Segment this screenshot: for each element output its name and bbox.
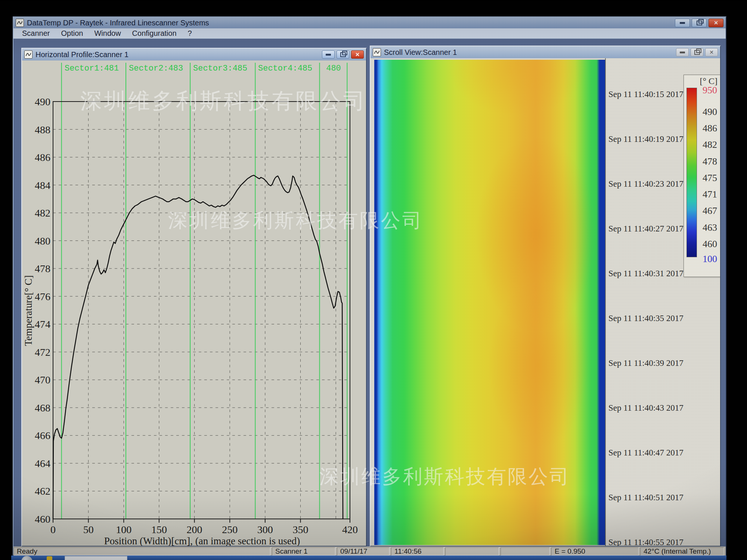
minimize-icon (680, 52, 685, 53)
svg-text:480: 480 (35, 235, 50, 247)
scan-timestamp: Sep 11 11:40:43 2017 (608, 403, 684, 413)
svg-text:472: 472 (35, 346, 50, 358)
status-scanner: Scanner 1 (272, 547, 335, 556)
svg-text:484: 484 (35, 180, 50, 191)
sector-label: Sector1: (62, 64, 104, 73)
scale-label-486: 486 (703, 123, 717, 134)
svg-text:300: 300 (257, 524, 273, 535)
svg-text:482: 482 (35, 207, 50, 219)
scroll-view-window-title: Scroll View:Scanner 1 (384, 48, 457, 57)
svg-text:488: 488 (35, 124, 50, 136)
profile-minimize-button[interactable] (322, 50, 335, 59)
taskbar[interactable] (11, 556, 726, 560)
scale-label-463: 463 (703, 222, 717, 233)
sector-readout-4: Sector4:485 (255, 63, 319, 74)
start-button[interactable] (21, 556, 32, 560)
scroll-view-window: Scroll View:Scanner 1 ✕ Sep 11 11:40:15 … (370, 46, 721, 547)
sector-readout-2: Sector2:483 (126, 63, 190, 74)
taskbar-app-icon[interactable] (47, 556, 52, 560)
scan-timestamp: Sep 11 11:40:23 2017 (608, 179, 684, 189)
status-bar: ReadyScanner 109/11/1711:40:56E = 0.9504… (13, 547, 726, 556)
svg-text:486: 486 (35, 152, 50, 163)
sector-readout-1: Sector1:481 (62, 63, 126, 74)
status-empty-1 (445, 547, 499, 556)
profile-window: Horizontal Profile:Scanner 1 ✕ 460462464… (21, 48, 367, 547)
scan-timestamp: Sep 11 11:40:27 2017 (608, 224, 684, 234)
close-icon: ✕ (709, 49, 714, 55)
menu-?[interactable]: ? (182, 28, 198, 38)
sector-header-row: Sector1:481Sector2:483Sector3:485Sector4… (22, 60, 366, 75)
sector-value: 480 (326, 64, 341, 73)
scroll-view-client-area: Sep 11 11:40:15 2017Sep 11 11:40:19 2017… (371, 58, 720, 546)
scroll-minimize-button[interactable] (676, 48, 689, 56)
svg-text:478: 478 (35, 263, 50, 274)
svg-text:420: 420 (342, 524, 358, 535)
scan-timestamp: Sep 11 11:40:51 2017 (608, 493, 684, 503)
menu-configuration[interactable]: Configuration (127, 28, 182, 38)
sector-value: 485 (233, 64, 257, 73)
scale-label-490: 490 (703, 106, 717, 118)
svg-text:350: 350 (293, 524, 309, 535)
minimize-button[interactable] (675, 19, 690, 27)
profile-titlebar[interactable]: Horizontal Profile:Scanner 1 ✕ (22, 49, 366, 60)
status-emissivity: E = 0.950 (551, 547, 639, 556)
restore-button[interactable] (692, 19, 707, 27)
sector-label: Sector4: (255, 64, 298, 73)
svg-text:150: 150 (151, 524, 167, 535)
profile-client-area: 4604624644664684704724744764784804824844… (22, 60, 366, 546)
svg-text:460: 460 (35, 513, 50, 525)
scan-timestamp: Sep 11 11:40:31 2017 (608, 269, 684, 279)
svg-text:462: 462 (35, 485, 50, 497)
taskbar-window-button[interactable] (65, 556, 127, 560)
restore-icon (340, 52, 346, 57)
main-window: DataTemp DP - Raytek - Infrared Linescan… (13, 16, 726, 556)
status-empty-2 (500, 547, 550, 556)
scale-label-950: 950 (703, 85, 717, 96)
menu-scanner[interactable]: Scanner (16, 28, 56, 38)
menu-window[interactable]: Window (89, 28, 126, 38)
scroll-close-button[interactable]: ✕ (705, 48, 718, 56)
scan-timestamp: Sep 11 11:40:47 2017 (608, 448, 684, 458)
restore-icon (697, 21, 702, 25)
horizontal-profile-chart: 4604624644664684704724744764784804824844… (22, 60, 366, 546)
scroll-restore-button[interactable] (691, 48, 703, 56)
color-scale-panel: [° C] 950490486482478475471467463460100 (684, 75, 720, 277)
menu-bar: ScannerOptionWindowConfiguration? (13, 28, 726, 39)
scroll-view-window-icon (373, 48, 381, 56)
svg-text:464: 464 (35, 458, 50, 469)
svg-text:100: 100 (116, 524, 131, 535)
scale-label-467: 467 (703, 205, 717, 217)
sector-value: 485 (298, 64, 322, 73)
profile-window-title: Horizontal Profile:Scanner 1 (35, 50, 128, 59)
thermal-scan-image (374, 60, 605, 545)
svg-text:50: 50 (83, 524, 94, 535)
scale-label-478: 478 (703, 156, 717, 167)
app-icon (16, 19, 24, 27)
sector-readout-total: 480 (320, 63, 347, 74)
scan-timestamp: Sep 11 11:40:39 2017 (608, 358, 684, 368)
scroll-view-titlebar[interactable]: Scroll View:Scanner 1 ✕ (371, 46, 720, 58)
profile-close-button[interactable]: ✕ (351, 50, 364, 59)
svg-text:200: 200 (187, 524, 202, 535)
app-title: DataTemp DP - Raytek - Infrared Linescan… (27, 19, 209, 27)
menu-option[interactable]: Option (56, 28, 89, 38)
scale-label-100: 100 (703, 253, 717, 265)
scan-timestamp: Sep 11 11:40:19 2017 (608, 134, 684, 144)
scan-timestamp: Sep 11 11:40:35 2017 (608, 314, 684, 323)
scale-label-482: 482 (703, 139, 717, 150)
main-titlebar[interactable]: DataTemp DP - Raytek - Infrared Linescan… (13, 17, 726, 28)
sector-value: 483 (168, 64, 193, 73)
scale-label-471: 471 (703, 189, 717, 200)
svg-text:Position (Width)[cm], (an imag: Position (Width)[cm], (an image section … (104, 535, 300, 546)
scan-timestamp: Sep 11 11:40:55 2017 (608, 538, 684, 546)
color-scale-gradient-bar (686, 88, 697, 257)
status-ready: Ready (13, 547, 270, 556)
svg-text:466: 466 (35, 430, 50, 441)
scale-label-475: 475 (703, 172, 717, 184)
profile-restore-button[interactable] (337, 50, 349, 59)
svg-text:468: 468 (35, 402, 50, 414)
close-button[interactable]: ✕ (709, 19, 723, 27)
minimize-icon (326, 54, 331, 56)
svg-text:470: 470 (35, 374, 50, 386)
sector-readout-3: Sector3:485 (190, 63, 255, 74)
